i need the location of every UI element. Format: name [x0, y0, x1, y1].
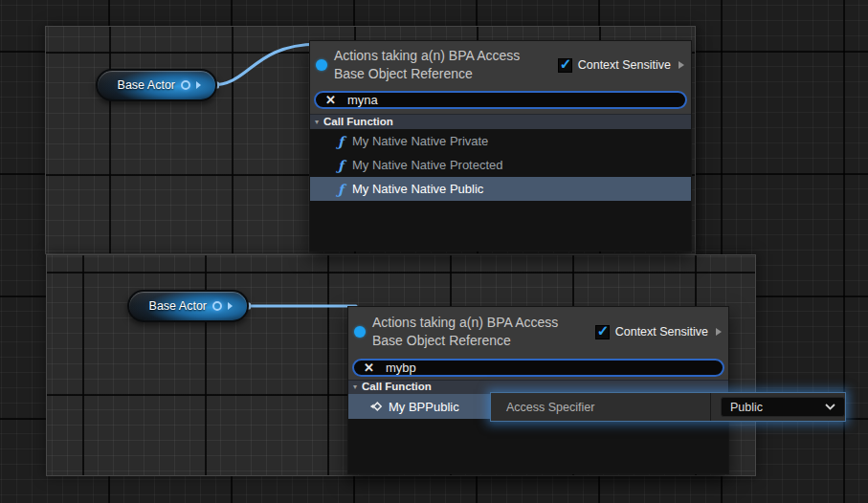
category-label: Call Function — [323, 117, 393, 128]
context-sensitive-group: ✓ Context Sensitive — [595, 325, 722, 339]
checkmark-icon: ✓ — [597, 322, 610, 339]
menu-title-line1: Actions taking a(n) BPA Access — [334, 47, 558, 65]
menu-item-label: My BPPublic — [389, 400, 459, 414]
object-output-pin-icon[interactable] — [181, 80, 190, 90]
menu-title: Actions taking a(n) BPA Access Base Obje… — [334, 47, 558, 83]
search-value: myna — [347, 94, 378, 106]
search-row: ✕ mybp — [348, 357, 728, 380]
context-sensitive-checkbox[interactable]: ✓ — [595, 325, 610, 339]
menu-title: Actions taking a(n) BPA Access Base Obje… — [372, 314, 595, 350]
menu-item-my-native-native-private[interactable]: ƒ My Native Native Private — [310, 129, 691, 153]
chevron-right-icon[interactable] — [716, 328, 722, 336]
access-specifier-dropdown[interactable]: Public — [721, 397, 845, 417]
base-actor-node-top[interactable]: Base Actor — [96, 69, 217, 101]
action-menu-bottom: Actions taking a(n) BPA Access Base Obje… — [347, 306, 729, 474]
node-label: Base Actor — [118, 78, 175, 92]
chevron-right-icon[interactable] — [679, 61, 684, 69]
chevron-down-icon — [825, 404, 835, 410]
node-label: Base Actor — [149, 299, 207, 313]
checkmark-icon: ✓ — [560, 55, 572, 73]
access-specifier-label: Access Specifier — [491, 401, 710, 414]
menu-item-label: My Native Native Public — [352, 182, 483, 196]
access-specifier-panel: Access Specifier Public — [490, 392, 846, 422]
menu-item-label: My Native Native Private — [352, 134, 488, 148]
clear-search-icon[interactable]: ✕ — [364, 361, 374, 374]
menu-list: ƒ My Native Native Private ƒ My Native N… — [310, 129, 691, 251]
menu-title-line1: Actions taking a(n) BPA Access — [372, 314, 595, 332]
blueprint-function-icon — [369, 400, 383, 413]
menu-header: Actions taking a(n) BPA Access Base Obje… — [310, 41, 691, 89]
search-input[interactable]: ✕ mybp — [352, 359, 724, 377]
function-icon: ƒ — [338, 135, 344, 148]
category-label: Call Function — [362, 382, 432, 393]
menu-item-my-native-native-public[interactable]: ƒ My Native Native Public — [310, 177, 691, 201]
object-reference-dot-icon — [316, 59, 327, 71]
search-row: ✕ myna — [310, 89, 691, 114]
function-icon: ƒ — [338, 183, 344, 196]
menu-title-line2: Base Object Reference — [334, 65, 558, 83]
action-menu-top: Actions taking a(n) BPA Access Base Obje… — [309, 40, 692, 252]
clear-search-icon[interactable]: ✕ — [325, 94, 336, 106]
function-icon: ƒ — [338, 159, 344, 172]
separator — [710, 393, 711, 421]
object-reference-dot-icon — [354, 326, 366, 338]
context-sensitive-label: Context Sensitive — [578, 58, 671, 72]
pin-arrow-icon — [228, 302, 233, 310]
category-header-call-function[interactable]: ▾ Call Function — [310, 114, 691, 129]
menu-item-my-native-native-protected[interactable]: ƒ My Native Native Protected — [310, 153, 691, 177]
pin-arrow-icon — [196, 81, 201, 89]
menu-item-label: My Native Native Protected — [352, 158, 503, 172]
collapse-triangle-icon[interactable]: ▾ — [353, 383, 357, 391]
context-sensitive-label: Context Sensitive — [615, 325, 708, 339]
context-sensitive-checkbox[interactable]: ✓ — [558, 58, 572, 73]
dropdown-value: Public — [730, 401, 763, 414]
search-value: mybp — [386, 361, 416, 374]
search-input[interactable]: ✕ myna — [314, 91, 687, 109]
object-output-pin-icon[interactable] — [212, 301, 222, 311]
collapse-triangle-icon[interactable]: ▾ — [315, 119, 319, 126]
context-sensitive-group: ✓ Context Sensitive — [558, 58, 684, 73]
menu-header: Actions taking a(n) BPA Access Base Obje… — [348, 307, 728, 357]
base-actor-node-bottom[interactable]: Base Actor — [127, 290, 249, 322]
menu-title-line2: Base Object Reference — [372, 332, 595, 350]
